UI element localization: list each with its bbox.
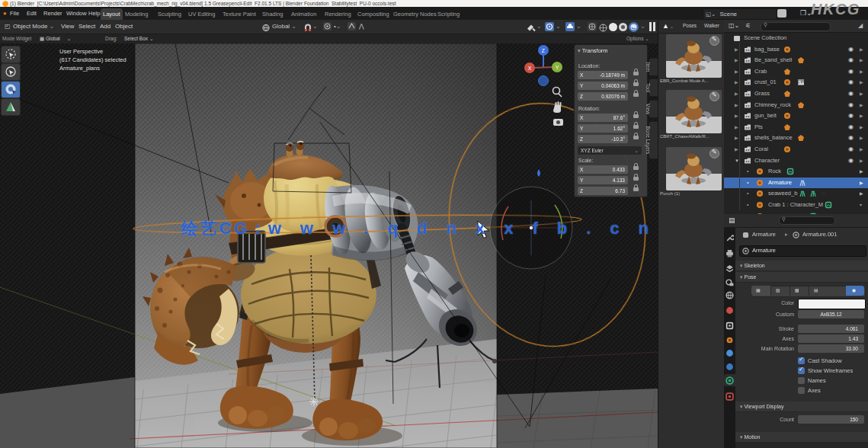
svg-text:Y: Y [556,65,559,70]
svg-text:X: X [528,66,532,71]
svg-text:Z: Z [542,48,546,53]
